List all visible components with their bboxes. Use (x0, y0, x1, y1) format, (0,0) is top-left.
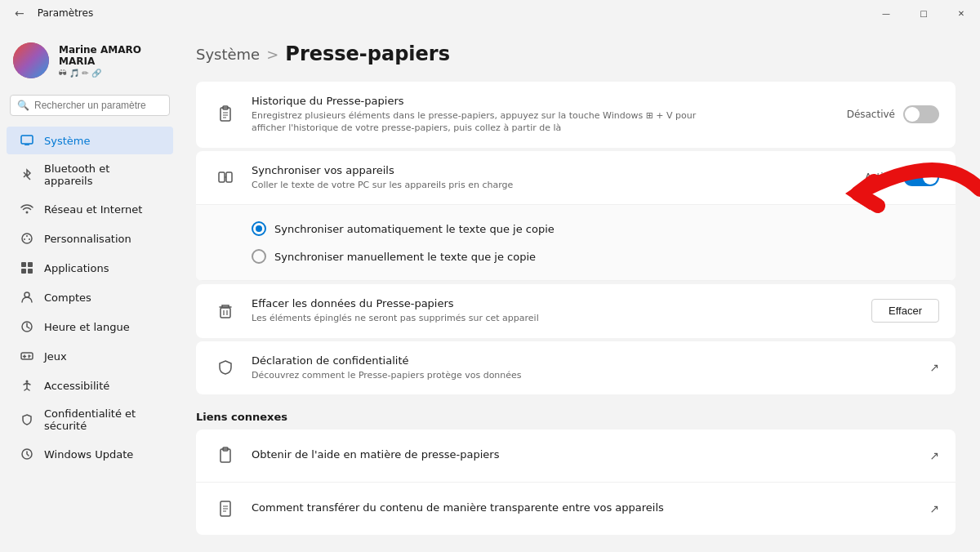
sidebar-item-access[interactable]: Accessibilité (7, 372, 173, 399)
titlebar-controls: — □ ✕ (867, 0, 980, 26)
historique-toggle[interactable] (903, 105, 939, 123)
declaration-row: Déclaration de confidentialité Découvrez… (196, 341, 956, 394)
avatar-image (13, 42, 49, 78)
synchroniser-toggle[interactable] (903, 168, 939, 186)
search-input[interactable] (34, 100, 163, 111)
clock-icon (20, 319, 34, 334)
synchroniser-toggle-thumb (923, 170, 938, 185)
svg-rect-3 (21, 262, 26, 267)
minimize-button[interactable]: — (867, 0, 905, 26)
effacer-button[interactable]: Effacer (871, 299, 939, 323)
sidebar-item-applications[interactable]: Applications (7, 254, 173, 282)
effacer-control: Effacer (871, 299, 939, 323)
clipboard2-icon (212, 443, 238, 469)
synchroniser-row: Synchroniser vos appareils Coller le tex… (196, 151, 956, 205)
monitor-icon (20, 133, 34, 148)
svg-rect-17 (219, 172, 225, 182)
shield-small-icon (212, 354, 238, 381)
palette-icon (20, 231, 34, 246)
game-icon (20, 349, 34, 363)
radio-manual[interactable]: Synchroniser manuellement le texte que j… (252, 243, 939, 270)
profile-icons: 🕶 🎵 ✏ 🔗 (59, 69, 167, 78)
sidebar-item-perso[interactable]: Personnalisation (7, 225, 173, 252)
effacer-text: Effacer les données du Presse-papiers Le… (252, 297, 858, 324)
sidebar-item-perso-label: Personnalisation (44, 233, 131, 245)
sidebar-item-update[interactable]: Windows Update (7, 440, 173, 468)
historique-desc: Enregistrez plusieurs éléments dans le p… (252, 109, 701, 135)
avatar[interactable] (13, 42, 49, 78)
sidebar-item-systeme[interactable]: Système (7, 127, 173, 154)
search-box[interactable]: 🔍 (10, 95, 170, 116)
effacer-title: Effacer les données du Presse-papiers (252, 297, 858, 309)
transferer-lien-label: Comment transférer du contenu de manière… (252, 501, 916, 514)
sidebar-item-reseau[interactable]: Réseau et Internet (7, 195, 173, 223)
declaration-text: Déclaration de confidentialité Découvrez… (252, 354, 916, 381)
transferer-lien-row[interactable]: Comment transférer du contenu de manière… (196, 483, 956, 535)
effacer-card: Effacer les données du Presse-papiers Le… (196, 284, 956, 337)
svg-point-7 (24, 292, 29, 297)
external-link-icon[interactable]: ↗ (929, 361, 939, 374)
titlebar: ← Paramètres — □ ✕ (0, 0, 980, 26)
svg-rect-0 (21, 136, 33, 144)
declaration-desc: Découvrez comment le Presse-papiers prot… (252, 369, 701, 381)
effacer-desc: Les éléments épinglés ne seront pas supp… (252, 312, 701, 324)
sync-icon (212, 164, 238, 190)
svg-rect-6 (28, 269, 33, 274)
sidebar-item-access-label: Accessibilité (44, 380, 109, 392)
historique-text: Historique du Presse-papiers Enregistrez… (252, 95, 834, 135)
apps-icon (20, 260, 34, 275)
svg-point-2 (26, 211, 29, 214)
transferer-external-icon[interactable]: ↗ (929, 502, 939, 515)
liens-card: Obtenir de l'aide en matière de presse-p… (196, 430, 956, 535)
shield-icon (20, 412, 34, 427)
synchroniser-status: Activé (865, 171, 895, 183)
titlebar-left: ← Paramètres (10, 3, 93, 23)
sidebar-item-heure[interactable]: Heure et langue (7, 313, 173, 341)
breadcrumb-parent[interactable]: Système (196, 46, 260, 63)
sidebar-item-systeme-label: Système (44, 135, 90, 147)
maximize-button[interactable]: □ (905, 0, 942, 26)
trash-icon (212, 298, 238, 324)
transferer-lien-text: Comment transférer du contenu de manière… (252, 501, 916, 516)
breadcrumb-current: Presse-papiers (285, 42, 450, 65)
radio-section: Synchroniser automatiquement le texte qu… (196, 205, 956, 281)
sidebar-item-applications-label: Applications (44, 262, 109, 274)
clipboard-icon (212, 101, 238, 127)
aide-external-icon[interactable]: ↗ (929, 449, 939, 462)
back-button[interactable]: ← (10, 3, 29, 23)
synchroniser-card: Synchroniser vos appareils Coller le tex… (196, 151, 956, 281)
app-body: Marine AMARO MARIA 🕶 🎵 ✏ 🔗 🔍 Système Blu… (0, 26, 980, 552)
effacer-row: Effacer les données du Presse-papiers Le… (196, 284, 956, 337)
sidebar-item-jeux[interactable]: Jeux (7, 342, 173, 370)
sidebar-item-reseau-label: Réseau et Internet (44, 203, 142, 216)
historique-toggle-thumb (905, 107, 920, 122)
bluetooth-icon (20, 167, 34, 182)
main-content: Système > Presse-papiers Historique du P… (180, 26, 980, 552)
sidebar-item-comptes[interactable]: Comptes (7, 283, 173, 311)
synchroniser-control: Activé (865, 168, 939, 186)
sidebar-item-jeux-label: Jeux (44, 350, 67, 363)
radio-auto[interactable]: Synchroniser automatiquement le texte qu… (252, 215, 939, 243)
declaration-control: ↗ (929, 361, 939, 374)
aide-lien-text: Obtenir de l'aide en matière de presse-p… (252, 448, 916, 463)
sidebar-item-confidentialite[interactable]: Confidentialité et sécurité (7, 401, 173, 438)
synchroniser-text: Synchroniser vos appareils Coller le tex… (252, 164, 852, 191)
access-icon (20, 378, 34, 393)
wifi-icon (20, 202, 34, 216)
search-icon: 🔍 (17, 100, 29, 111)
person-icon (20, 290, 34, 305)
sidebar-item-bluetooth[interactable]: Bluetooth et appareils (7, 156, 173, 194)
declaration-title: Déclaration de confidentialité (252, 354, 916, 367)
breadcrumb: Système > Presse-papiers (196, 42, 956, 65)
radio-auto-label: Synchroniser automatiquement le texte qu… (274, 223, 555, 235)
titlebar-title: Paramètres (38, 7, 93, 19)
aide-lien-row[interactable]: Obtenir de l'aide en matière de presse-p… (196, 430, 956, 483)
historique-row: Historique du Presse-papiers Enregistrez… (196, 82, 956, 148)
close-button[interactable]: ✕ (942, 0, 980, 26)
sidebar-item-heure-label: Heure et langue (44, 321, 130, 333)
svg-rect-4 (28, 262, 33, 267)
profile-info: Marine AMARO MARIA 🕶 🎵 ✏ 🔗 (59, 44, 167, 78)
profile-name: Marine AMARO MARIA (59, 44, 167, 67)
svg-point-10 (26, 381, 29, 383)
svg-rect-18 (226, 172, 232, 182)
